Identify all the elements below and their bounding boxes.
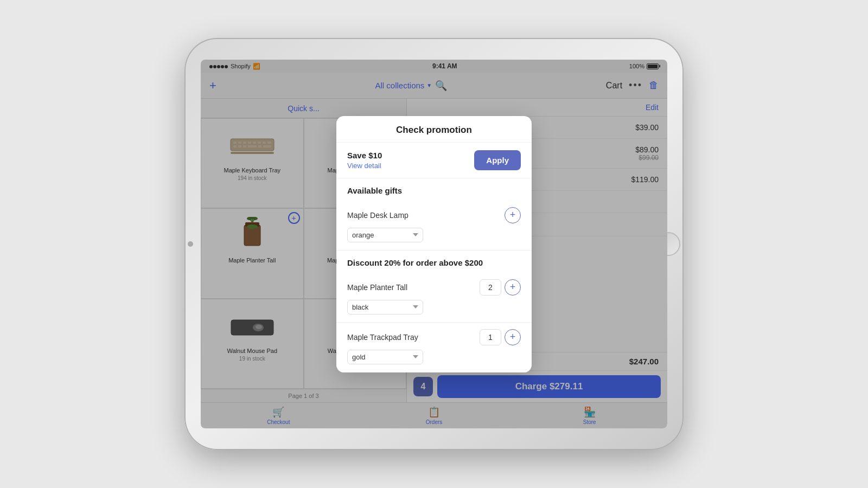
discount-item-header: Maple Trackpad Tray 1 + [347,329,521,345]
discount-item-planter-tall: Maple Planter Tall 2 + black natural wal… [336,273,532,323]
add-discount-item-button[interactable]: + [505,329,521,345]
gift-name: Maple Desk Lamp [347,211,409,220]
promo-name: Save $10 [347,151,382,160]
discount-header: Discount 20% for order above $200 [336,251,532,273]
add-gift-button[interactable]: + [505,207,521,223]
qty-add-group: 1 + [480,329,521,345]
discount-item-trackpad-tray: Maple Trackpad Tray 1 + gold silver blac… [336,323,532,373]
ipad-frame: Shopify 📶 9:41 AM 100% + All collections… [184,38,684,450]
ipad-screen: Shopify 📶 9:41 AM 100% + All collections… [201,60,667,428]
promo-info: Save $10 View detail [347,151,382,170]
apply-button[interactable]: Apply [474,150,521,170]
ipad-side-button[interactable] [188,241,193,247]
modal-overlay: Check promotion Save $10 View detail App… [201,60,667,428]
discount-item-name: Maple Trackpad Tray [347,333,418,342]
gift-item-header: Maple Desk Lamp + [347,207,521,223]
gift-item-desk-lamp: Maple Desk Lamp + orange white black [336,201,532,251]
promotion-item: Save $10 View detail Apply [336,143,532,178]
available-gifts-header: Available gifts [336,178,532,201]
discount-item-name: Maple Planter Tall [347,283,407,292]
discount-variant-select[interactable]: black natural walnut [347,300,423,314]
gift-variant-select[interactable]: orange white black [347,228,423,242]
check-promotion-modal: Check promotion Save $10 View detail App… [336,116,532,373]
discount-section: Discount 20% for order above $200 Maple … [336,251,532,373]
promo-detail-link[interactable]: View detail [347,162,382,170]
modal-header: Check promotion [336,116,532,143]
add-discount-item-button[interactable]: + [505,279,521,296]
discount-variant-select[interactable]: gold silver black [347,350,423,364]
discount-item-header: Maple Planter Tall 2 + [347,279,521,296]
qty-add-group: 2 + [480,279,521,296]
qty-box: 2 [480,279,501,296]
modal-title: Check promotion [396,125,472,135]
qty-box: 1 [480,329,501,345]
